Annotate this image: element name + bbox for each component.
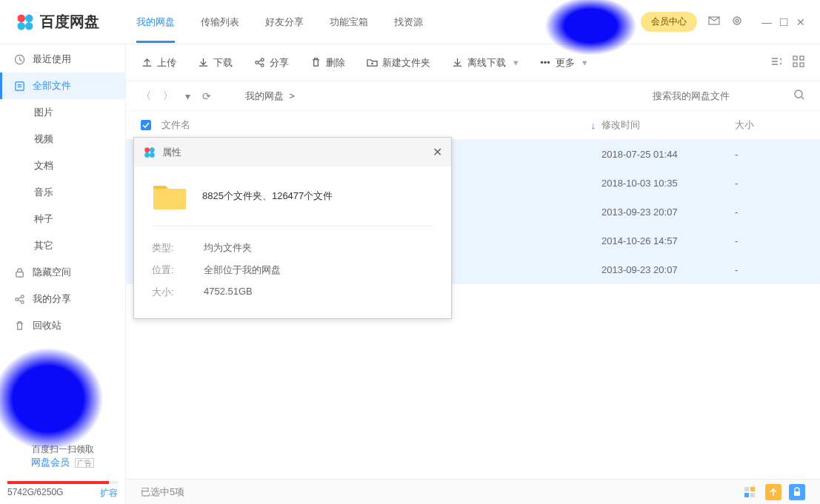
svg-point-12 <box>21 300 24 303</box>
path-row: 〈 〉 ▾ ⟳ 我的网盘 > <box>126 81 820 111</box>
table-header: 文件名 ↓ 修改时间 大小 <box>126 111 820 140</box>
prop-location-label: 位置: <box>152 263 204 277</box>
svg-point-2 <box>18 22 26 30</box>
svg-rect-16 <box>793 56 797 60</box>
mail-icon[interactable] <box>708 15 720 29</box>
svg-rect-29 <box>794 491 800 496</box>
svg-rect-27 <box>744 493 749 497</box>
nav-back-button[interactable]: 〈 <box>141 90 151 103</box>
dialog-close-button[interactable]: ✕ <box>433 145 442 159</box>
status-bar: 已选中5项 <box>126 479 820 504</box>
offline-download-button[interactable]: 离线下载▾ <box>451 56 519 70</box>
sidebar-sub-docs[interactable]: 文档 <box>0 152 125 179</box>
sidebar-label: 回收站 <box>33 319 61 332</box>
storage-text: 5742G/6250G <box>7 487 63 500</box>
sidebar-sub-images[interactable]: 图片 <box>0 99 125 126</box>
sidebar-sub-music[interactable]: 音乐 <box>0 179 125 206</box>
files-icon <box>13 80 25 92</box>
delete-button[interactable]: 删除 <box>310 56 345 70</box>
svg-rect-18 <box>793 63 797 67</box>
folder-icon <box>152 181 187 211</box>
lock-icon[interactable] <box>789 484 805 500</box>
breadcrumb[interactable]: 我的网盘 > <box>245 90 295 103</box>
svg-rect-25 <box>744 487 749 491</box>
svg-point-23 <box>144 152 150 158</box>
sidebar-sub-videos[interactable]: 视频 <box>0 126 125 152</box>
svg-rect-8 <box>15 81 23 90</box>
vip-center-button[interactable]: 会员中心 <box>641 12 697 32</box>
tab-transfer[interactable]: 传输列表 <box>201 2 239 42</box>
storage-bar <box>7 481 118 484</box>
svg-point-15 <box>261 64 264 67</box>
close-button[interactable]: ✕ <box>796 16 805 28</box>
sidebar-label: 我的分享 <box>33 292 71 306</box>
sort-down-icon[interactable]: ↓ <box>591 120 596 131</box>
new-folder-button[interactable]: 新建文件夹 <box>366 56 430 70</box>
tab-friend-share[interactable]: 好友分享 <box>265 2 304 42</box>
svg-point-24 <box>150 152 155 158</box>
apps-icon[interactable] <box>741 484 758 500</box>
download-button[interactable]: 下载 <box>197 56 233 70</box>
prop-size-label: 大小: <box>152 286 204 299</box>
gear-icon[interactable] <box>731 15 743 29</box>
upload-icon <box>141 57 153 69</box>
sort-view-icon[interactable] <box>770 55 783 70</box>
qr-promo: 百度扫一扫领取 网盘会员 广告 <box>0 340 125 477</box>
folder-plus-icon <box>366 57 378 69</box>
baidu-pan-logo-icon <box>15 12 36 33</box>
qr-text-2[interactable]: 网盘会员 <box>31 456 70 469</box>
sidebar-item-my-share[interactable]: 我的分享 <box>0 286 125 312</box>
svg-point-3 <box>25 22 33 30</box>
column-name[interactable]: 文件名 <box>161 118 591 132</box>
clock-icon <box>13 53 25 65</box>
svg-rect-19 <box>800 63 804 67</box>
more-button[interactable]: •••更多▾ <box>539 56 587 70</box>
svg-point-21 <box>144 147 150 152</box>
prop-type-label: 类型: <box>152 241 204 255</box>
trash-icon <box>310 57 321 69</box>
logo-area: 百度网盘 <box>15 12 99 33</box>
app-header: 百度网盘 我的网盘 传输列表 好友分享 功能宝箱 找资源 会员中心 — ☐ ✕ <box>0 0 820 44</box>
dialog-title: 属性 <box>162 146 181 159</box>
prop-location-value: 全部位于我的网盘 <box>204 263 281 277</box>
share-icon <box>253 57 265 69</box>
svg-rect-9 <box>16 272 22 277</box>
tab-my-disk[interactable]: 我的网盘 <box>136 2 175 42</box>
sidebar-label: 隐藏空间 <box>33 266 71 279</box>
maximize-button[interactable]: ☐ <box>779 16 789 28</box>
svg-rect-28 <box>750 493 755 497</box>
sidebar-sub-other[interactable]: 其它 <box>0 232 125 259</box>
svg-point-6 <box>736 19 739 22</box>
tab-find-resource[interactable]: 找资源 <box>394 2 423 42</box>
refresh-button[interactable]: ⟳ <box>202 90 211 102</box>
grid-view-icon[interactable] <box>792 55 805 70</box>
search-icon[interactable] <box>793 89 805 103</box>
tab-tools[interactable]: 功能宝箱 <box>330 2 368 42</box>
column-time[interactable]: 修改时间 <box>601 118 735 132</box>
trash-icon <box>13 320 25 332</box>
expand-storage-link[interactable]: 扩容 <box>100 487 118 500</box>
sidebar-item-hidden[interactable]: 隐藏空间 <box>0 259 125 286</box>
svg-rect-26 <box>750 487 755 491</box>
nav-forward-button[interactable]: 〉 <box>163 90 173 103</box>
column-size[interactable]: 大小 <box>735 118 805 132</box>
svg-point-20 <box>795 90 802 98</box>
chevron-down-icon: ▾ <box>582 57 587 68</box>
upload-button[interactable]: 上传 <box>141 56 176 70</box>
properties-dialog: 属性 ✕ 8825个文件夹、126477个文件 类型:均为文件夹 位置:全部位于… <box>133 137 452 319</box>
search-input[interactable] <box>653 90 764 101</box>
ad-tag: 广告 <box>75 458 94 468</box>
download-icon <box>197 57 209 69</box>
share-button[interactable]: 分享 <box>253 56 289 70</box>
minimize-button[interactable]: — <box>761 16 772 28</box>
svg-rect-17 <box>800 56 804 60</box>
sidebar-item-recent[interactable]: 最近使用 <box>0 46 125 73</box>
chevron-down-icon[interactable]: ▾ <box>185 90 190 102</box>
svg-point-14 <box>261 58 264 61</box>
sidebar-item-recycle[interactable]: 回收站 <box>0 312 125 339</box>
select-all-checkbox[interactable] <box>141 120 151 130</box>
sidebar-item-all-files[interactable]: 全部文件 <box>0 73 125 99</box>
transfer-icon[interactable] <box>765 484 781 500</box>
sidebar: 最近使用 全部文件 图片 视频 文档 音乐 种子 其它 隐藏空间 我的分享 回收 <box>0 44 126 504</box>
sidebar-sub-torrent[interactable]: 种子 <box>0 206 125 232</box>
